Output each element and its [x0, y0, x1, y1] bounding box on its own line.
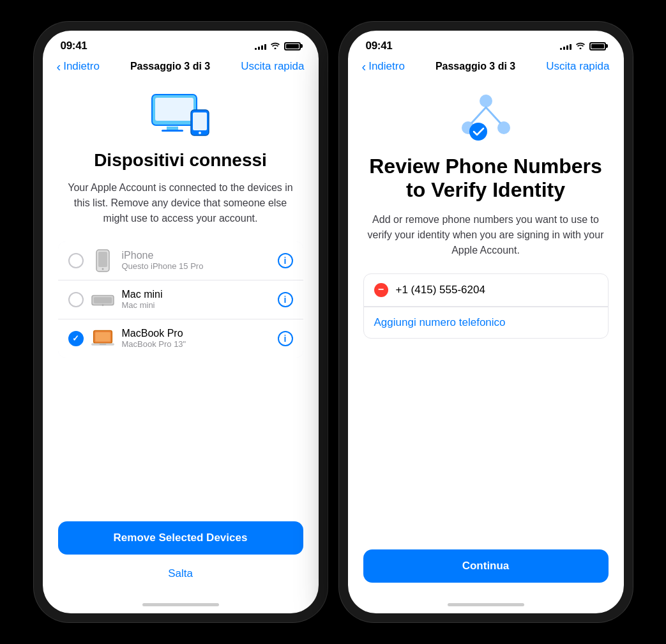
device-item-macbook[interactable]: MacBook Pro MacBook Pro 13" i [58, 319, 303, 358]
svg-rect-5 [193, 112, 207, 130]
phone-number-item-1[interactable]: +1 (415) 555-6204 [364, 274, 608, 307]
svg-rect-2 [167, 126, 178, 130]
signal-icon-1 [255, 42, 266, 50]
svg-rect-14 [95, 332, 110, 341]
device-info-btn-iphone[interactable]: i [278, 253, 293, 268]
nav-action-2[interactable]: Uscita rapida [546, 60, 609, 73]
skip-button[interactable]: Salta [58, 565, 303, 583]
status-time-1: 09:41 [61, 40, 87, 52]
device-name-iphone: iPhone [122, 250, 270, 261]
device-sub-macmini: Mac mini [122, 300, 270, 310]
device-info-btn-macbook[interactable]: i [278, 331, 293, 346]
back-button-1[interactable]: ‹ Indietro [57, 60, 100, 73]
continua-button[interactable]: Continua [363, 549, 609, 583]
back-label-1: Indietro [63, 60, 100, 73]
chevron-left-icon-1: ‹ [57, 60, 61, 73]
device-info-macmini: Mac mini Mac mini [122, 289, 270, 310]
wifi-icon-1 [270, 41, 280, 51]
nav-bar-2: ‹ Indietro Passaggio 3 di 3 Uscita rapid… [348, 57, 624, 79]
home-indicator-2 [348, 595, 624, 613]
device-info-iphone: iPhone Questo iPhone 15 Pro [122, 250, 270, 271]
add-phone-item[interactable]: Aggiungi numero telefonico [364, 307, 608, 338]
hero-icon-share [454, 92, 518, 143]
device-sub-iphone: Questo iPhone 15 Pro [122, 261, 270, 271]
svg-point-17 [480, 95, 492, 107]
bottom-area-1: Remove Selected Devices Salta [43, 511, 319, 595]
wifi-icon-2 [575, 41, 586, 51]
screen-content-2: Review Phone Numbers to Verify Identity … [348, 79, 624, 539]
device-name-macbook: MacBook Pro [122, 328, 270, 339]
chevron-left-icon-2: ‹ [362, 60, 367, 73]
hero-icon-devices [149, 92, 213, 138]
status-time-2: 09:41 [366, 40, 393, 52]
battery-icon-1 [284, 42, 301, 50]
page-title-1: Dispositivi connessi [94, 150, 267, 171]
device-name-macmini: Mac mini [122, 289, 270, 300]
phone-numbers-list: +1 (415) 555-6204 Aggiungi numero telefo… [363, 273, 609, 339]
nav-title-2: Passaggio 3 di 3 [435, 61, 515, 72]
page-subtitle-1: Your Apple Account is connected to the d… [58, 180, 303, 226]
bottom-area-2: Continua [348, 539, 624, 595]
phone-frame-1: 09:41 [34, 22, 328, 622]
page-title-2: Review Phone Numbers to Verify Identity [363, 155, 609, 202]
phone-frame-2: 09:41 [339, 22, 633, 622]
status-bar-2: 09:41 [348, 31, 624, 57]
svg-rect-11 [93, 297, 111, 303]
phone-screen-1: 09:41 [43, 31, 319, 613]
svg-line-21 [486, 107, 500, 123]
svg-rect-3 [162, 130, 183, 132]
svg-rect-16 [99, 344, 106, 345]
remove-selected-devices-button[interactable]: Remove Selected Devices [58, 521, 303, 555]
back-button-2[interactable]: ‹ Indietro [362, 60, 405, 73]
status-bar-1: 09:41 [43, 31, 319, 57]
device-info-macbook: MacBook Pro MacBook Pro 13" [122, 328, 270, 349]
svg-point-12 [102, 304, 103, 306]
nav-bar-1: ‹ Indietro Passaggio 3 di 3 Uscita rapid… [43, 57, 319, 79]
battery-icon-2 [589, 42, 606, 50]
device-list: iPhone Questo iPhone 15 Pro i [58, 241, 303, 358]
phone-number-text-1: +1 (415) 555-6204 [396, 284, 598, 296]
page-subtitle-2: Add or remove phone numbers you want to … [363, 212, 609, 258]
svg-line-20 [472, 107, 486, 123]
device-checkbox-macmini[interactable] [68, 292, 84, 307]
nav-action-1[interactable]: Uscita rapida [241, 60, 304, 73]
device-item-iphone[interactable]: iPhone Questo iPhone 15 Pro i [58, 241, 303, 280]
signal-icon-2 [560, 42, 571, 50]
back-label-2: Indietro [368, 60, 405, 73]
device-checkbox-macbook[interactable] [68, 331, 84, 346]
svg-rect-1 [155, 98, 193, 121]
svg-point-22 [469, 123, 487, 141]
home-indicator-1 [43, 595, 319, 613]
device-item-macmini[interactable]: Mac mini Mac mini i [58, 280, 303, 319]
status-icons-1 [255, 41, 301, 51]
device-info-btn-macmini[interactable]: i [278, 292, 293, 307]
status-icons-2 [560, 41, 606, 51]
remove-phone-button[interactable] [374, 283, 388, 297]
device-checkbox-iphone[interactable] [68, 253, 84, 268]
device-sub-macbook: MacBook Pro 13" [122, 339, 270, 349]
svg-point-6 [199, 132, 201, 134]
macbook-icon [91, 327, 114, 350]
macmini-icon [91, 288, 114, 311]
add-phone-label[interactable]: Aggiungi numero telefonico [374, 316, 506, 329]
screen-content-1: Dispositivi connessi Your Apple Account … [43, 79, 319, 511]
phone-screen-2: 09:41 [348, 31, 624, 613]
nav-title-1: Passaggio 3 di 3 [130, 61, 210, 72]
iphone-icon [91, 249, 114, 272]
svg-rect-8 [98, 252, 107, 267]
svg-point-9 [102, 268, 103, 270]
